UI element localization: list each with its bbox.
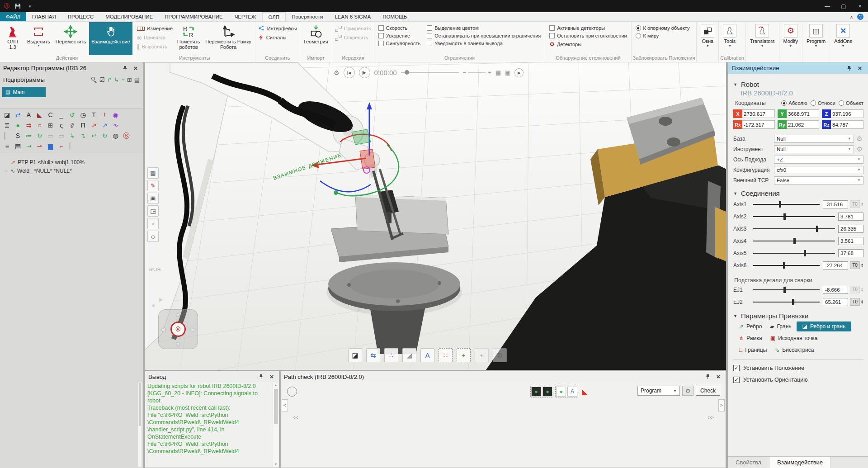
coord-mode-Объект[interactable]: Объект	[839, 100, 863, 106]
editor-tool-icon[interactable]: ◍	[112, 132, 119, 139]
tab-ОЛП[interactable]: ОЛП	[262, 12, 286, 21]
coord-value-input[interactable]: 3668.971	[787, 109, 819, 118]
lock-to-world-radio[interactable]: К миру	[636, 33, 690, 38]
minimize-button[interactable]: —	[819, 0, 835, 12]
editor-tool-icon[interactable]: ◣	[36, 111, 43, 118]
editor-tool-icon[interactable]: ≔	[25, 132, 33, 139]
joint-value-input[interactable]: -27.264	[823, 261, 848, 269]
tree-expander-icon[interactable]: −	[4, 168, 8, 174]
program-button[interactable]: ◫ Program ▼	[804, 22, 828, 55]
limit-speed-checkbox[interactable]: Скорость	[378, 25, 420, 31]
limit-acceleration-checkbox[interactable]: Ускорение	[378, 33, 420, 38]
editor-tool-icon[interactable]: ▤	[14, 142, 22, 150]
coord-value-input[interactable]: 937.196	[831, 109, 863, 118]
tab-ФАЙЛ[interactable]: ФАЙЛ	[0, 12, 26, 21]
tab-LEAN 6 SIGMA[interactable]: LEAN 6 SIGMA	[329, 12, 377, 21]
pin-icon[interactable]	[845, 64, 853, 72]
box-icon[interactable]: ▣	[147, 193, 159, 204]
editor-tool-icon[interactable]: ▏	[68, 142, 76, 150]
camera-icon[interactable]: ▣	[505, 69, 510, 76]
sheet-icon[interactable]: ▤	[134, 76, 140, 83]
slider-thumb[interactable]	[792, 299, 794, 305]
editor-tool-icon[interactable]: ▭	[47, 132, 54, 139]
joint-value-input[interactable]: 3.781	[838, 213, 863, 221]
t0-button[interactable]: T0	[850, 261, 860, 269]
active-detectors-checkbox[interactable]: Активные детекторы	[549, 25, 627, 31]
gear-icon[interactable]: ⚙	[334, 69, 340, 76]
lock-to-reference-radio[interactable]: К опорному объекту	[636, 25, 690, 31]
editor-tool-icon[interactable]: Π	[79, 122, 87, 129]
snap-bisector-button[interactable]: ⇘Биссектриса	[772, 345, 817, 355]
windows-button[interactable]: Окна ▼	[698, 22, 717, 55]
editor-tool-icon[interactable]: ≣	[3, 122, 11, 129]
editor-tool-icon[interactable]: ∿	[112, 122, 119, 129]
option-Установить Положение[interactable]: ✓Установить Положение	[733, 362, 863, 374]
interfaces-button[interactable]: Интерфейсы	[258, 25, 297, 32]
scrollbar-thumb[interactable]	[139, 383, 141, 426]
editor-tool-icon[interactable]: ≡	[3, 142, 11, 150]
spinner-arrows-icon[interactable]: ▲▼	[861, 263, 863, 268]
interact-button[interactable]: Взаимодействие	[89, 22, 132, 55]
editor-tool-icon[interactable]: ↗	[101, 122, 108, 129]
nav-down-icon[interactable]: ▼	[175, 341, 181, 347]
tab-Поверхности[interactable]: Поверхности	[286, 12, 329, 21]
editor-tool-icon[interactable]: ▆	[47, 142, 54, 150]
plus-icon[interactable]: +	[488, 69, 491, 76]
scrollbar-thumb[interactable]	[274, 389, 278, 424]
slider-thumb[interactable]	[783, 213, 786, 220]
snap-section-toggle[interactable]: ▼ Параметры Привязки	[733, 312, 863, 320]
editor-tool-icon[interactable]: ⊞	[47, 122, 54, 129]
highlight-color-checkbox[interactable]: Выделение цветом	[427, 25, 541, 31]
prop-select[interactable]: Null▼	[774, 135, 854, 143]
swap-robots-button[interactable]: RR Поменятьроботов	[175, 22, 203, 55]
notify-output-checkbox[interactable]: Уведомлять в панели вывода	[427, 41, 541, 46]
sim-collision-icon[interactable]: ●	[531, 387, 541, 397]
path-points-icon[interactable]: ∴	[384, 348, 398, 362]
editor-tool-icon[interactable]: ∂	[68, 122, 76, 129]
spinner-arrows-icon[interactable]: ▲▼	[861, 288, 863, 292]
editor-tool-icon[interactable]: ↻	[36, 132, 43, 139]
joint-slider[interactable]	[753, 289, 820, 290]
nav-right-icon[interactable]: ▶	[191, 326, 196, 332]
slider-thumb[interactable]	[779, 201, 781, 208]
select-plane-icon[interactable]: ◪	[348, 348, 362, 362]
sim-annotate-icon[interactable]: A	[567, 387, 577, 397]
editor-tool-icon[interactable]: A	[25, 111, 33, 118]
prop-select[interactable]: cfx0▼	[774, 166, 863, 174]
joint-slider[interactable]	[753, 302, 820, 303]
detectors-button[interactable]: ⚙Детекторы	[549, 41, 627, 47]
tab-МОДЕЛИРОВАНИЕ[interactable]: МОДЕЛИРОВАНИЕ	[99, 12, 159, 21]
nav-up-icon[interactable]: ▲	[175, 311, 181, 317]
scene-3d[interactable]: ВЗАИМНОЕ ДВИЖЕНИЕ	[145, 62, 726, 370]
page-prev-button[interactable]: <	[282, 399, 288, 411]
pin-icon[interactable]	[257, 373, 265, 381]
refresh-view-icon[interactable]: ⇆	[366, 348, 380, 362]
tree-item-2[interactable]: −∿Weld_ *NULL* *NULL*	[0, 166, 143, 175]
scrollbar[interactable]: ▲ ▼	[273, 383, 278, 467]
editor-tool-icon[interactable]: ⇉	[25, 122, 33, 129]
signals-button[interactable]: Сигналы	[258, 34, 297, 41]
coord-value-input[interactable]: -172.317	[742, 120, 775, 129]
nav-extra-icon[interactable]: ▶	[159, 297, 163, 303]
align-button[interactable]: ∥Выровнять	[137, 43, 173, 50]
t0-spinner[interactable]: T0▲▼	[850, 261, 863, 269]
attach-button[interactable]: Прикрепить	[335, 25, 371, 32]
editor-tool-icon[interactable]: ◷	[79, 111, 87, 118]
coord-value-input[interactable]: 2730.617	[742, 109, 775, 118]
checklist-icon[interactable]: ☑	[99, 76, 105, 83]
move-robot-frame-button[interactable]: Переместить РамкуРобота	[203, 22, 254, 55]
pin-icon[interactable]	[703, 373, 712, 381]
editor-tool-icon[interactable]: Ⓢ	[123, 132, 130, 139]
t0-button[interactable]: T0	[850, 298, 860, 306]
add-icon[interactable]: +	[475, 348, 489, 362]
editor-tool-icon[interactable]: ↴	[79, 132, 87, 139]
subprogram-main-item[interactable]: ▤ Main	[2, 87, 46, 97]
robot-section-toggle[interactable]: ▼ Robot	[733, 80, 863, 88]
measure-button[interactable]: Измерение	[137, 25, 173, 32]
close-icon[interactable]: ×	[132, 64, 140, 72]
joint-value-input[interactable]: 3.561	[838, 237, 863, 245]
snap-bounds-button[interactable]: □Границы	[736, 345, 770, 355]
prop-select[interactable]: +Z▼	[774, 156, 863, 164]
editor-tool-icon[interactable]: S	[14, 132, 22, 139]
export-subprogram-icon[interactable]: ↳	[114, 76, 119, 83]
